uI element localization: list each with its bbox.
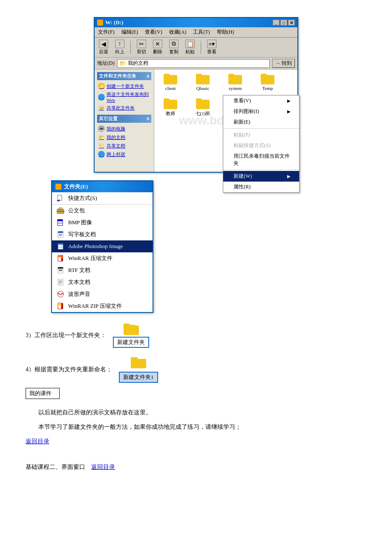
folder-temp[interactable]: Temp: [255, 73, 280, 91]
cut-button[interactable]: ✂ 剪切: [135, 39, 148, 56]
svg-rect-0: [58, 195, 62, 200]
dropdown-txt[interactable]: 文本文档: [52, 276, 153, 288]
zip-icon: [56, 302, 65, 310]
menu-file[interactable]: 文件(F): [96, 28, 116, 36]
window-body: 文件和文件夹任务 ∧ 📁 创建一个新文件夹 🌐 将这个文件夹发布到Web 🤝 共…: [95, 69, 297, 172]
dropdown-header: 文件夹(E): [52, 181, 153, 192]
folder-system[interactable]: system: [222, 73, 248, 91]
ctx-refresh[interactable]: 刷新(E): [223, 117, 299, 127]
sidebar-my-computer[interactable]: 💻 我的电脑: [97, 124, 151, 133]
briefcase-icon: [56, 207, 65, 214]
svg-rect-36: [131, 357, 138, 360]
dropdown-rtf[interactable]: RTF 文档: [52, 264, 153, 276]
folder-icon-class: [196, 98, 210, 110]
ctx-paste: 粘贴(P): [223, 130, 299, 140]
psd-icon: PSD: [56, 243, 65, 250]
step3-row: 3）工作区出现一个新文件夹： 新建文件夹: [26, 323, 366, 348]
ctx-separator2: [223, 170, 299, 170]
go-button[interactable]: → 转到: [272, 59, 295, 68]
copy-button[interactable]: ⧉ 复制: [167, 39, 180, 56]
address-label: 地址(D): [97, 60, 115, 67]
dropdown-wordpad[interactable]: 写字板文档: [52, 228, 153, 240]
folder-class[interactable]: 七(1)班: [190, 98, 216, 117]
address-box[interactable]: 📁 我的文档: [117, 59, 270, 68]
paste-button[interactable]: 📋 粘贴: [184, 39, 196, 56]
bmp-icon: BMP: [56, 219, 65, 226]
new-folder-icon2: [131, 356, 146, 371]
return-link2[interactable]: 返回目录: [91, 464, 115, 470]
close-button[interactable]: ✕: [288, 20, 295, 26]
minimize-button[interactable]: _: [273, 20, 280, 26]
svg-rect-35: [131, 359, 146, 368]
rename-area: 我的课件: [26, 388, 366, 399]
dropdown-bmp[interactable]: BMP BMP 图像: [52, 217, 153, 228]
new-folder-badge: 新建文件夹: [113, 337, 149, 348]
explorer-window: W: (D:) _ □ ✕ 文件(F) 编辑(E) 查看(V) 收藏(A) 工具…: [94, 17, 298, 173]
titlebar: W: (D:) _ □ ✕: [95, 18, 297, 27]
folder-qbasic[interactable]: Qbasic: [190, 73, 216, 91]
winrar-icon: [56, 254, 65, 262]
menu-view[interactable]: 查看(V): [143, 28, 164, 36]
cut-icon: ✂: [137, 40, 146, 48]
share-icon: 🤝: [98, 104, 105, 111]
sidebar-shared-docs[interactable]: 📁 共享文档: [97, 142, 151, 150]
svg-rect-34: [124, 324, 130, 327]
menu-edit[interactable]: 编辑(E): [120, 28, 140, 36]
renamed-folder-badge: 新建文件夹1: [119, 372, 158, 383]
sidebar: 文件和文件夹任务 ∧ 📁 创建一个新文件夹 🌐 将这个文件夹发布到Web 🤝 共…: [95, 69, 154, 172]
window-title: W: (D:): [105, 19, 123, 26]
dropdown-briefcase[interactable]: 公文包: [52, 205, 153, 217]
svg-rect-1: [57, 200, 60, 201]
svg-point-29: [58, 291, 63, 297]
menu-favorites[interactable]: 收藏(A): [167, 28, 188, 36]
ctx-view-arrow: ▶: [287, 98, 291, 103]
copy-icon: ⧉: [169, 40, 179, 48]
main-area: client Qbasic system Temp 教师 七(1)班: [154, 69, 297, 172]
up-button[interactable]: ↑ 向上: [113, 39, 126, 56]
view-button[interactable]: ≡▾ 查看: [205, 39, 218, 56]
svg-rect-3: [59, 208, 62, 210]
menu-tools[interactable]: 工具(T): [191, 28, 211, 36]
dropdown-winrar[interactable]: WinRAR 压缩文件: [52, 252, 153, 264]
ctx-antivirus[interactable]: 用江民杀毒扫描当前文件夹: [223, 151, 299, 169]
svg-rect-14: [58, 243, 63, 245]
note2-block: 本节学习了新建文件夹的一般方法，如果你成功地完成了练习，请继续学习；: [26, 422, 366, 432]
ctx-view[interactable]: 查看(V) ▶: [223, 95, 299, 106]
dropdown-psd[interactable]: PSD Adobe Photoshop Image: [52, 240, 153, 252]
dropdown-shortcut[interactable]: 快捷方式(S): [52, 192, 153, 204]
svg-rect-31: [58, 303, 61, 305]
return-link1[interactable]: 返回目录: [26, 438, 49, 445]
new-folder-icon: [124, 323, 139, 336]
folder-teacher[interactable]: 教师: [158, 98, 183, 117]
publish-icon: 🌐: [98, 94, 105, 101]
dropdown-zip[interactable]: WinRAR ZIP 压缩文件: [52, 300, 153, 312]
sidebar-network[interactable]: 🌐 网上邻居: [97, 150, 151, 159]
context-menu: 查看(V) ▶ 排列图标(I) ▶ 刷新(E) 粘贴(P) 粘贴快捷方式(S): [223, 95, 300, 193]
sidebar-my-docs[interactable]: 📂 我的文档: [97, 133, 151, 142]
back-button[interactable]: ◀ 后退: [97, 39, 110, 56]
ctx-separator1: [223, 128, 299, 129]
tasks-header: 文件和文件夹任务 ∧: [97, 72, 151, 80]
sidebar-create-folder[interactable]: 📁 创建一个新文件夹: [97, 82, 151, 90]
ctx-arrange[interactable]: 排列图标(I) ▶: [223, 106, 299, 117]
ctx-new[interactable]: 新建(W) ▶: [223, 171, 299, 182]
rename-input[interactable]: 我的课件: [26, 388, 60, 399]
menubar: 文件(F) 编辑(E) 查看(V) 收藏(A) 工具(T) 帮助(H): [95, 27, 297, 38]
ctx-arrange-arrow: ▶: [287, 109, 291, 114]
menu-help[interactable]: 帮助(H): [215, 28, 236, 36]
ctx-properties[interactable]: 属性(R): [223, 182, 299, 192]
step4-folder: 新建文件夹1: [119, 356, 158, 383]
folder-client[interactable]: client: [158, 73, 183, 91]
svg-rect-33: [124, 326, 139, 335]
paste-icon: 📋: [185, 40, 195, 48]
dropdown-wav[interactable]: 波形声音: [52, 288, 153, 300]
svg-rect-22: [58, 267, 63, 269]
delete-button[interactable]: ✕ 删除: [151, 39, 164, 56]
maximize-button[interactable]: □: [280, 20, 287, 26]
toolbar-separator2: [201, 41, 201, 54]
toolbar-separator: [130, 41, 131, 54]
create-folder-icon: 📁: [98, 83, 105, 90]
sidebar-publish-web[interactable]: 🌐 将这个文件夹发布到Web: [97, 90, 151, 104]
svg-rect-6: [58, 220, 63, 221]
sidebar-share[interactable]: 🤝 共享此文件夹: [97, 104, 151, 112]
